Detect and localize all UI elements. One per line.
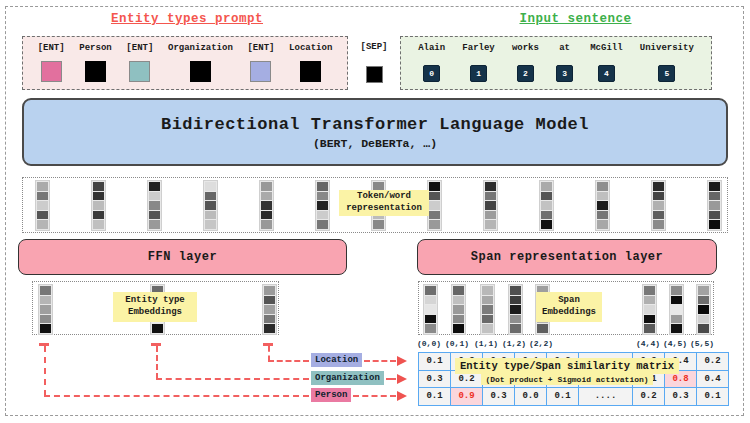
span-embedding-column-cell [482,324,493,333]
span-embedding-column-cell [671,296,682,305]
input-token: works2 [512,37,539,89]
token-repr-column-cell [261,192,272,201]
transformer-title: Bidirectional Transformer Language Model [161,115,589,134]
token-repr-column-cell [37,201,48,210]
input-token: Alain0 [418,37,445,89]
entity-embedding-column-cell [40,286,51,295]
token-repr-column-cell [37,211,48,220]
span-embedding-column-cell [510,324,521,333]
input-token: University5 [640,37,694,89]
token-repr-column-cell [485,192,496,201]
span-embedding-column-cell [644,296,655,305]
token-repr-column-cell [653,192,664,201]
input-token: Farley1 [462,37,494,89]
matrix-cell: 0.3 [664,387,697,406]
span-embedding-column-cell [482,286,493,295]
token-repr-column-cell [429,201,440,210]
token-repr-column [483,180,498,231]
matrix-cell: 0.1 [546,387,579,406]
token-repr-column [595,180,610,231]
token-repr-column-cell [205,211,216,220]
prompt-token-label: Location [289,43,332,53]
token-repr-column-cell [261,201,272,210]
span-embedding-column-cell [453,296,464,305]
entity-embedding-column [262,284,277,335]
token-repr-column-cell [93,220,104,229]
span-embedding-column [508,284,523,335]
prompt-token: [ENT] [247,37,274,89]
token-repr-column-cell [541,192,552,201]
span-embedding-column-cell [453,286,464,295]
span-embedding-column-cell [425,324,436,333]
input-token: McGill4 [590,37,622,89]
matrix-row-arrowhead [397,356,407,366]
token-repr-column-cell [653,201,664,210]
token-repr-column-cell [37,192,48,201]
entity-embedding-column [38,284,53,335]
token-repr-column-cell [597,182,608,191]
token-repr-column-cell [653,211,664,220]
transformer-subtitle: (BERT, DeBERTa, …) [313,137,437,150]
span-embedding-column-cell [644,305,655,314]
prompt-token-label: Person [79,43,111,53]
similarity-matrix-subtitle: (Dot product + Sigmoid activation) [481,374,652,385]
span-embedding-column-cell [453,324,464,333]
token-repr-column-cell [485,201,496,210]
token-repr-column-cell [709,182,720,191]
prompt-token: Organization [168,37,233,89]
token-repr-column-cell [429,211,440,220]
similarity-matrix-label: Entity type/Span similarity matrix (Dot … [447,358,687,385]
span-embedding-column-cell [482,315,493,324]
token-repr-column-cell [317,211,328,220]
token-repr-column-cell [205,182,216,191]
span-representation-layer-box: Span representation layer [417,239,717,275]
sep-token-label: [SEP] [360,42,387,52]
prompt-token: Person [79,37,111,89]
token-repr-column-cell [93,192,104,201]
span-embedding-column-cell [425,296,436,305]
token-repr-column-cell [597,192,608,201]
ffn-layer-box: FFN layer [18,239,347,275]
token-repr-column-cell [597,211,608,220]
token-repr-column-cell [317,182,328,191]
matrix-cell: 0.0 [514,387,547,406]
entity-embedding-column-cell [264,324,275,333]
transformer-box: Bidirectional Transformer Language Model… [22,98,728,166]
span-embedding-column [669,284,684,335]
token-repr-column-cell [485,182,496,191]
token-repr-column-cell [429,182,440,191]
input-token-word: works [512,43,539,53]
span-embedding-column-cell [644,324,655,333]
entity-type-embeddings-label: Entity type Embeddings [113,292,197,322]
similarity-matrix-title: Entity type/Span similarity matrix [455,358,679,374]
prompt-token-square [300,61,321,82]
token-repr-column-cell [261,182,272,191]
token-repr-column-cell [485,211,496,220]
matrix-cell: 0.1 [696,387,729,406]
matrix-row: 0.10.90.30.00.1....0.20.30.1 [418,387,729,406]
entity-tag-organization: Organization [311,371,384,385]
entity-embedding-column-cell [152,324,163,333]
prompt-token-label: [ENT] [126,43,153,53]
span-embedding-column-cell [510,305,521,314]
span-embedding-column-cell [482,305,493,314]
span-id-label: (0,1) [441,339,473,348]
token-repr-column-cell [149,220,160,229]
span-embedding-column [696,284,711,335]
span-embedding-column-cell [425,286,436,295]
prompt-token: [ENT] [38,37,65,89]
span-embedding-column-cell [453,305,464,314]
entity-embedding-column-cell [264,296,275,305]
matrix-cell: 0.3 [482,387,515,406]
span-embedding-column-cell [482,296,493,305]
token-repr-column-cell [205,201,216,210]
connector-to-matrix-dash [364,360,396,362]
matrix-cell: 0.2 [632,387,665,406]
token-repr-column-cell [541,182,552,191]
input-token-index-square: 5 [658,65,675,82]
token-repr-column-cell [653,220,664,229]
span-embedding-column-cell [698,305,709,314]
model-architecture-diagram: Entity types prompt Input sentence [ENT]… [0,0,750,423]
connector-vertical-dash [156,346,158,379]
token-repr-column-cell [37,220,48,229]
